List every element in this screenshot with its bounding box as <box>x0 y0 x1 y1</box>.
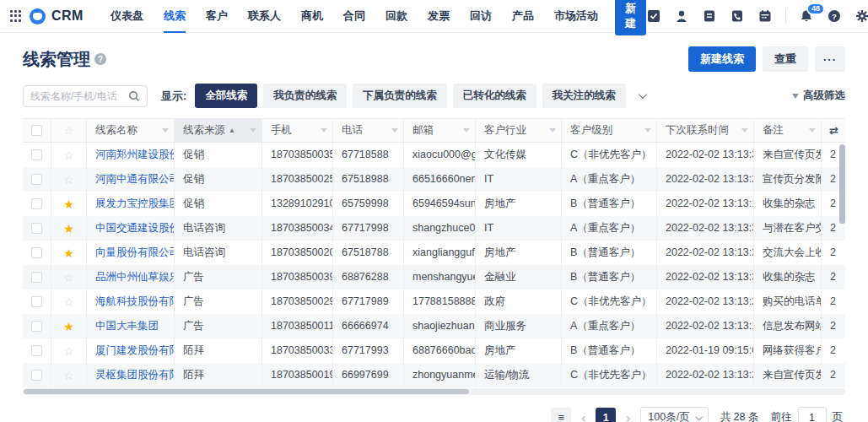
table-row[interactable]: 海航科技股份有限... 广告 18703850029 67717989 1778… <box>23 289 845 314</box>
row-checkbox[interactable] <box>31 174 42 185</box>
star-icon[interactable] <box>63 344 74 358</box>
column-filter-icon[interactable] <box>250 128 256 133</box>
horizontal-scrollbar[interactable] <box>24 389 469 394</box>
table-row[interactable]: 中国交通建设股份... 电话咨询 18703850034 67717998 sh… <box>23 216 845 241</box>
table-row[interactable]: 中国大丰集团 广告 18703850011 66666974 shaojiezh… <box>23 314 845 338</box>
column-filter-icon[interactable] <box>162 128 169 133</box>
row-checkbox[interactable] <box>31 272 42 283</box>
next-page-button[interactable]: › <box>624 410 632 422</box>
calendar-icon[interactable] <box>757 8 773 24</box>
scope-filter-button[interactable]: 我关注的线索 <box>542 84 626 108</box>
row-checkbox[interactable] <box>31 370 42 381</box>
scope-filter-button[interactable]: 下属负责的线索 <box>353 84 447 108</box>
advanced-filter-button[interactable]: 高级筛选 <box>792 89 845 103</box>
more-actions-button[interactable]: ··· <box>815 46 845 72</box>
page-help-icon[interactable]: ? <box>94 53 106 65</box>
nav-item[interactable]: 客户 <box>196 0 238 33</box>
contact-icon[interactable] <box>674 8 689 24</box>
task-icon[interactable] <box>646 8 661 24</box>
table-row[interactable]: 厦门建发股份有限... 陌拜 18703850033 67717993 6887… <box>23 338 845 363</box>
page-size-select[interactable]: 100条/页 <box>640 407 708 422</box>
column-filter-icon[interactable] <box>809 128 816 133</box>
table-row[interactable]: 灵枢集团股份有限... 陌拜 18703850019 66997699 zhon… <box>23 363 845 387</box>
column-filter-icon[interactable] <box>741 128 748 133</box>
lead-name-link[interactable]: 品洲中州仙草娱乐... <box>95 271 175 283</box>
column-header[interactable]: 客户行业 ▲ <box>476 119 562 142</box>
quick-create-button[interactable]: 新建 <box>615 0 646 35</box>
scope-filter-button[interactable]: 全部线索 <box>195 84 257 108</box>
lead-name-link[interactable]: 河南中通有限公司 <box>95 173 175 185</box>
row-checkbox[interactable] <box>31 149 42 160</box>
nav-item[interactable]: 回款 <box>375 0 418 33</box>
lead-name-link[interactable]: 展发力宝控股集团... <box>95 197 175 209</box>
search-icon[interactable] <box>128 90 140 102</box>
phone-icon[interactable] <box>730 8 745 24</box>
prev-page-button[interactable]: ‹ <box>580 410 587 422</box>
nav-item[interactable]: 线索 <box>154 0 196 33</box>
row-checkbox[interactable] <box>31 198 42 209</box>
row-checkbox[interactable] <box>31 223 42 234</box>
star-icon[interactable] <box>63 369 74 382</box>
column-filter-icon[interactable] <box>321 128 327 133</box>
lead-name-link[interactable]: 厦门建发股份有限... <box>95 344 175 356</box>
gear-icon[interactable] <box>855 8 868 24</box>
scope-filter-button[interactable]: 已转化的线索 <box>453 84 536 108</box>
page-jump-input[interactable] <box>798 407 827 422</box>
star-icon[interactable] <box>63 173 74 187</box>
column-header[interactable]: 下次联系时间 ▲ <box>657 119 754 142</box>
column-filter-icon[interactable] <box>391 128 398 133</box>
scope-expand-chevron-icon[interactable] <box>632 85 652 107</box>
nav-item[interactable]: 联系人 <box>238 0 291 33</box>
row-checkbox[interactable] <box>31 247 42 258</box>
table-row[interactable]: 河南郑州建设股份... 促销 18703850035 67718588 xiao… <box>23 143 845 167</box>
row-checkbox[interactable] <box>31 345 42 356</box>
nav-item[interactable]: 商机 <box>291 0 333 33</box>
column-filter-icon[interactable] <box>549 128 556 133</box>
column-filter-icon[interactable] <box>644 128 651 133</box>
current-page-button[interactable]: 1 <box>596 408 616 422</box>
bell-icon[interactable]: 48 <box>799 8 814 24</box>
star-icon[interactable] <box>63 149 74 162</box>
column-header[interactable]: 电话 ▲ <box>333 119 404 142</box>
help-icon[interactable]: ? <box>827 8 842 24</box>
row-checkbox[interactable] <box>31 321 42 332</box>
search-input[interactable] <box>30 90 128 102</box>
lead-name-link[interactable]: 中国大丰集团 <box>95 320 159 332</box>
app-launcher-icon[interactable] <box>10 10 21 22</box>
column-header[interactable]: 线索来源 ▲ <box>175 119 262 142</box>
scope-filter-button[interactable]: 我负责的线索 <box>263 84 347 108</box>
column-header[interactable]: 手机 ▲ <box>262 119 333 142</box>
row-checkbox[interactable] <box>31 296 42 307</box>
column-filter-icon[interactable] <box>463 128 470 133</box>
table-row[interactable]: 品洲中州仙草娱乐... 广告 18703850039 68876288 mens… <box>23 265 845 289</box>
new-lead-button[interactable]: 新建线索 <box>688 46 756 72</box>
column-header[interactable]: 线索名称 ▲ <box>87 119 175 142</box>
nav-item[interactable]: 市场活动 <box>544 0 608 33</box>
brand-logo-icon[interactable] <box>30 8 46 24</box>
column-settings-icon[interactable]: ⇄ <box>822 119 845 142</box>
nav-item[interactable]: 仪表盘 <box>100 0 154 33</box>
select-all-checkbox[interactable] <box>31 125 42 136</box>
dedupe-button[interactable]: 查重 <box>763 46 808 72</box>
vertical-scrollbar[interactable] <box>839 144 845 224</box>
table-row[interactable]: 河南中通有限公司 促销 18703850025 67518988 6651666… <box>23 167 845 192</box>
star-icon[interactable] <box>63 320 74 333</box>
pagination-menu-icon[interactable]: ≡ <box>551 408 571 422</box>
table-row[interactable]: 向量股份有限公司 电话咨询 18703850020 67518788 xiang… <box>23 241 845 265</box>
column-header[interactable]: 邮箱 ▲ <box>404 119 476 142</box>
nav-item[interactable]: 发票 <box>418 0 460 33</box>
lead-name-link[interactable]: 河南郑州建设股份... <box>95 149 175 160</box>
lead-name-link[interactable]: 灵枢集团股份有限... <box>95 369 175 381</box>
star-icon[interactable] <box>63 197 74 211</box>
lead-name-link[interactable]: 海航科技股份有限... <box>95 295 175 307</box>
star-icon[interactable] <box>63 271 74 284</box>
lead-name-link[interactable]: 向量股份有限公司 <box>95 246 175 258</box>
column-header[interactable]: 备注 ▲ <box>754 119 822 142</box>
nav-item[interactable]: 合同 <box>333 0 375 33</box>
star-icon[interactable] <box>63 222 74 235</box>
star-icon[interactable] <box>63 246 74 260</box>
lead-name-link[interactable]: 中国交通建设股份... <box>95 222 175 234</box>
column-header[interactable]: 客户级别 ▲ <box>562 119 657 142</box>
nav-item[interactable]: 回访 <box>460 0 502 33</box>
invoice-icon[interactable] <box>702 8 717 24</box>
